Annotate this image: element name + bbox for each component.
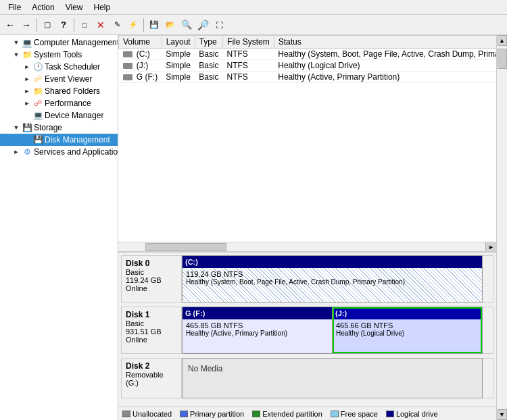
table-scroll[interactable]: Volume Layout Type File System Status (C…	[118, 35, 496, 242]
sidebar-item-label: Services and Applications	[34, 147, 118, 157]
partition-j-header: (J:)	[333, 307, 482, 319]
partition-c-status: Healthy (System, Boot, Page File, Active…	[186, 278, 479, 286]
menu-view[interactable]: View	[60, 1, 89, 14]
zoom-in-button[interactable]: 🔍	[179, 18, 194, 32]
expand-icon: ►	[11, 149, 22, 155]
properties-button[interactable]: ⚡	[126, 18, 141, 32]
device-manager-icon: 💻	[32, 110, 43, 121]
sidebar-item-event-viewer[interactable]: ► ☍ Event Viewer	[0, 73, 118, 85]
sidebar-item-shared-folders[interactable]: ► 📁 Shared Folders	[0, 85, 118, 97]
toolbar-sep-2	[74, 18, 74, 32]
sidebar-item-label: Task Scheduler	[45, 62, 100, 72]
cell-layout: Simple	[162, 49, 195, 60]
zoom-out-button[interactable]: 🔎	[195, 18, 210, 32]
legend-bar: Unallocated Primary partition Extended p…	[118, 406, 496, 420]
cell-status: Healthy (System, Boot, Page File, Active…	[274, 49, 496, 60]
rename-button[interactable]: ✎	[110, 18, 124, 32]
export-button[interactable]: 💾	[147, 18, 162, 32]
disk0-partitions: (C:) 119.24 GB NTFS Healthy (System, Boo…	[182, 255, 483, 303]
sidebar-root-label: Computer Management (Local	[34, 38, 118, 47]
cell-layout: Simple	[162, 60, 195, 72]
right-panel: Volume Layout Type File System Status (C…	[118, 35, 496, 420]
cell-status: Healthy (Active, Primary Partition)	[274, 72, 496, 83]
partition-c-header: (C:)	[183, 256, 482, 268]
expand-icon: ►	[22, 100, 32, 107]
table-row[interactable]: G (F:) Simple Basic NTFS Healthy (Active…	[119, 72, 497, 83]
legend-label-extended: Extended partition	[262, 410, 322, 418]
disk2-row: Disk 2 Removable (G:) No Media	[121, 358, 493, 398]
disk1-label: Disk 1 Basic 931.51 GB Online	[121, 307, 182, 354]
legend-free: Free space	[331, 410, 378, 418]
sidebar-item-label: Device Manager	[45, 111, 103, 120]
sidebar-item-label: Shared Folders	[45, 86, 100, 96]
toolbar-sep-3	[143, 18, 144, 32]
zoom-fit-button[interactable]: ⛶	[212, 18, 226, 32]
disk1-vscroll[interactable]	[483, 307, 493, 354]
sidebar-item-system-tools[interactable]: ▼ 📁 System Tools	[0, 49, 118, 61]
event-viewer-icon: ☍	[32, 74, 43, 84]
task-scheduler-icon: 🕐	[32, 61, 43, 72]
col-status[interactable]: Status	[274, 36, 496, 49]
services-icon: ⚙	[22, 147, 32, 157]
disk0-name: Disk 0	[126, 259, 177, 268]
legend-primary: Primary partition	[180, 410, 244, 418]
menu-file[interactable]: File	[3, 1, 26, 14]
legend-color-logical	[386, 411, 394, 417]
sidebar-item-task-scheduler[interactable]: ► 🕐 Task Scheduler	[0, 61, 118, 73]
menubar: File Action View Help	[0, 0, 507, 15]
partition-j-status: Healthy (Logical Drive)	[336, 330, 479, 337]
system-tools-icon: 📁	[22, 49, 32, 60]
menu-action[interactable]: Action	[26, 1, 59, 14]
legend-logical: Logical drive	[386, 410, 438, 418]
table-row[interactable]: (J:) Simple Basic NTFS Healthy (Logical …	[119, 60, 497, 72]
delete-button[interactable]: ✕	[93, 18, 108, 32]
sidebar-item-performance[interactable]: ► ☍ Performance	[0, 97, 118, 109]
sidebar-item-services[interactable]: ► ⚙ Services and Applications	[0, 146, 118, 158]
disk2-vscroll[interactable]	[483, 358, 493, 398]
new-taskpad-button[interactable]: □	[77, 18, 92, 32]
sidebar-item-storage[interactable]: ▼ 💾 Storage	[0, 122, 118, 134]
expand-icon: ▼	[11, 51, 22, 58]
col-type[interactable]: Type	[195, 36, 222, 49]
partition-f[interactable]: G (F:) 465.85 GB NTFS Healthy (Active, P…	[183, 307, 333, 353]
menu-help[interactable]: Help	[89, 1, 116, 14]
import-button[interactable]: 📂	[163, 18, 178, 32]
disk0-vscroll[interactable]	[483, 255, 493, 303]
disk0-row: Disk 0 Basic 119.24 GB Online (C:) 119.2…	[121, 255, 493, 303]
toolbar-sep-1	[37, 18, 37, 32]
disk0-status: Online	[126, 284, 177, 292]
sidebar: ▼ 💻 Computer Management (Local ▼ 📁 Syste…	[0, 35, 118, 420]
sidebar-item-device-manager[interactable]: 💻 Device Manager	[0, 109, 118, 122]
new-window-button[interactable]: ▢	[40, 18, 55, 32]
cell-fs: NTFS	[223, 60, 274, 72]
sidebar-item-label: Event Viewer	[45, 74, 92, 84]
partition-c-body: 119.24 GB NTFS Healthy (System, Boot, Pa…	[183, 268, 482, 302]
disk2-partitions: No Media	[182, 358, 483, 398]
partition-j[interactable]: (J:) 465.66 GB NTFS Healthy (Logical Dri…	[333, 307, 482, 353]
disk0-size: 119.24 GB	[126, 276, 177, 284]
disk1-size: 931.51 GB	[126, 327, 177, 336]
main-vscrollbar[interactable]: ▲ ▼	[496, 35, 507, 420]
expand-icon: ►	[22, 63, 32, 70]
legend-extended: Extended partition	[252, 410, 322, 418]
legend-color-extended	[252, 411, 260, 417]
cell-status: Healthy (Logical Drive)	[274, 60, 496, 72]
col-layout[interactable]: Layout	[162, 36, 195, 49]
forward-button[interactable]: →	[19, 18, 34, 32]
disk1-type: Basic	[126, 319, 177, 327]
storage-icon: 💾	[22, 122, 32, 133]
table-hscroll[interactable]: ►	[118, 242, 496, 251]
back-button[interactable]: ←	[3, 18, 18, 32]
partition-j-body: 465.66 GB NTFS Healthy (Logical Drive)	[333, 319, 482, 353]
legend-color-free	[331, 411, 339, 417]
help-button[interactable]: ?	[56, 18, 71, 32]
table-row[interactable]: (C:) Simple Basic NTFS Healthy (System, …	[119, 49, 497, 60]
sidebar-root[interactable]: ▼ 💻 Computer Management (Local	[0, 36, 118, 49]
cell-volume: (C:)	[119, 49, 162, 60]
legend-color-unallocated	[122, 411, 130, 417]
col-filesystem[interactable]: File System	[223, 36, 274, 49]
disk1-row: Disk 1 Basic 931.51 GB Online G (F:) 465…	[121, 307, 493, 354]
sidebar-item-disk-management[interactable]: 💾 Disk Management	[0, 134, 118, 146]
partition-c[interactable]: (C:) 119.24 GB NTFS Healthy (System, Boo…	[183, 256, 482, 302]
col-volume[interactable]: Volume	[119, 36, 162, 49]
